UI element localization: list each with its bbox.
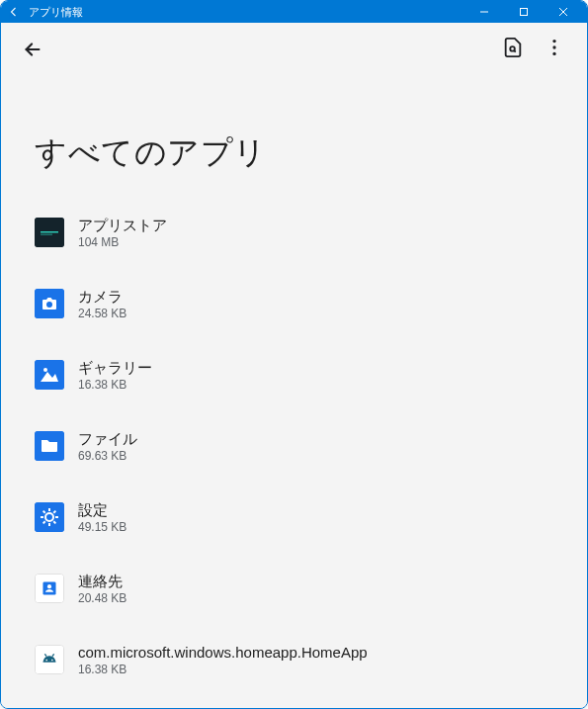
svg-point-33: [51, 660, 53, 662]
content-area: すべてのアプリ アプリストア104 MBカメラ24.58 KBギャラリー16.3…: [1, 23, 587, 708]
app-list-item[interactable]: ファイル69.63 KB: [35, 410, 567, 482]
app-list-item[interactable]: 連絡先20.48 KB: [35, 553, 567, 624]
svg-point-4: [510, 46, 515, 51]
app-list-item[interactable]: アプリストア104 MB: [35, 197, 567, 268]
app-size: 16.38 KB: [78, 663, 368, 676]
app-size: 104 MB: [78, 235, 167, 249]
close-button[interactable]: [544, 1, 583, 23]
app-name: ギャラリー: [78, 358, 152, 378]
svg-point-32: [45, 660, 47, 662]
app-list-item-texts: 設定49.15 KB: [78, 500, 126, 535]
minimize-button[interactable]: [464, 1, 504, 23]
titlebar: アプリ情報: [1, 1, 587, 23]
android-icon: [35, 645, 64, 674]
more-vert-icon: [544, 37, 565, 62]
svg-point-7: [552, 52, 555, 55]
app-list-item[interactable]: com.microsoft.windows.homeapp.HomeApp16.…: [35, 624, 567, 695]
app-list-item[interactable]: 設定49.15 KB: [35, 482, 567, 553]
svg-point-5: [552, 40, 555, 43]
app-name: ファイル: [78, 429, 137, 449]
search-in-page-icon: [502, 37, 524, 62]
svg-point-16: [43, 368, 47, 372]
app-name: カメラ: [78, 287, 126, 307]
app-list-item[interactable]: ギャラリー16.38 KB: [35, 339, 567, 410]
overflow-menu-button[interactable]: [534, 29, 575, 70]
files-icon: [35, 431, 64, 461]
maximize-button[interactable]: [504, 1, 544, 23]
app-size: 16.38 KB: [78, 378, 152, 392]
page-title: すべてのアプリ: [1, 76, 587, 197]
app-bar: [1, 23, 587, 76]
svg-rect-9: [41, 231, 58, 232]
appstore-icon: [35, 218, 64, 247]
app-name: com.microsoft.windows.homeapp.HomeApp: [78, 643, 368, 663]
app-size: 24.58 KB: [78, 307, 126, 320]
app-list-item-texts: カメラ24.58 KB: [78, 287, 126, 321]
settings-icon: [35, 502, 64, 532]
app-name: 連絡先: [78, 572, 126, 591]
app-list-item-texts: com.microsoft.windows.homeapp.HomeApp16.…: [78, 643, 368, 677]
window-frame: アプリ情報: [0, 0, 588, 709]
app-size: 49.15 KB: [78, 520, 126, 534]
search-button[interactable]: [492, 29, 534, 70]
contacts-icon: [35, 574, 64, 603]
app-list-item-texts: 連絡先20.48 KB: [78, 572, 126, 606]
window-title: アプリ情報: [23, 5, 464, 20]
camera-icon: [35, 289, 64, 318]
app-list-item[interactable]: カメラ24.58 KB: [35, 268, 567, 339]
svg-point-6: [552, 45, 555, 48]
app-list-item-texts: アプリストア104 MB: [78, 216, 167, 250]
window-controls: [464, 1, 583, 23]
svg-point-30: [47, 584, 51, 588]
back-button[interactable]: [13, 30, 52, 69]
titlebar-back-icon[interactable]: [5, 3, 23, 21]
svg-rect-1: [521, 9, 528, 16]
app-list-item-texts: ファイル69.63 KB: [78, 429, 137, 464]
app-list: アプリストア104 MBカメラ24.58 KBギャラリー16.38 KBファイル…: [1, 197, 587, 705]
app-size: 69.63 KB: [78, 449, 137, 463]
svg-rect-10: [41, 234, 52, 235]
svg-rect-18: [35, 502, 64, 532]
app-size: 20.48 KB: [78, 591, 126, 605]
gallery-icon: [35, 360, 64, 390]
app-name: 設定: [78, 500, 126, 520]
app-list-item-texts: ギャラリー16.38 KB: [78, 358, 152, 393]
svg-point-13: [46, 302, 52, 308]
app-name: アプリストア: [78, 216, 167, 235]
